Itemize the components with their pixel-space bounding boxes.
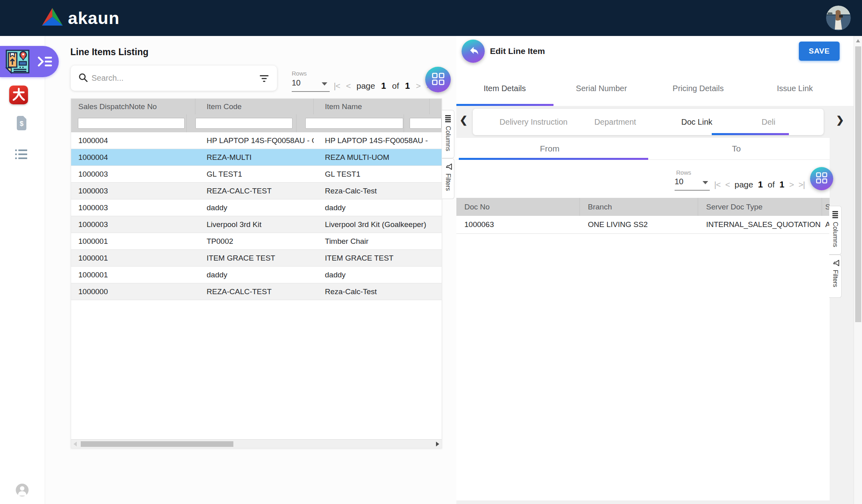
rows-per-page-select[interactable]: 10 [675, 177, 710, 191]
grid-view-button[interactable] [810, 167, 833, 190]
active-direction-underline [459, 158, 648, 160]
columns-side-tab[interactable]: Columns [442, 110, 454, 158]
columns-icon [445, 115, 451, 122]
tab-serial-number[interactable]: Serial Number [553, 79, 650, 104]
dispatch-note-icon [5, 49, 30, 76]
of-label: of [392, 81, 399, 91]
table-row[interactable]: 1000001ITEM GRACE TESTITEM GRACE TEST [71, 250, 442, 267]
page-label: page [356, 81, 375, 91]
subtab-delivery-instruction[interactable]: Delivery Instruction [493, 118, 574, 127]
table-row[interactable]: 1000001TP0002Timber Chair [71, 233, 442, 250]
prev-page-button[interactable]: < [346, 81, 350, 91]
left-sidebar: $ [0, 36, 45, 504]
edit-line-item-panel: Edit Line Item SAVE Item Details Serial … [456, 36, 862, 504]
tab-from[interactable]: From [456, 138, 643, 159]
tab-to[interactable]: To [643, 138, 830, 159]
filter-input-item-name[interactable] [305, 118, 403, 129]
table-row[interactable]: 1000000REZA-CALC-TESTReza-Calc-Test [71, 283, 442, 300]
active-tab-underline [456, 104, 553, 106]
subtab-department[interactable]: Department [574, 118, 656, 127]
direction-tabs: From To [456, 138, 830, 160]
edit-header: Edit Line Item SAVE Item Details Serial … [456, 36, 854, 106]
column-header[interactable]: Doc No [456, 198, 580, 216]
rows-per-page-label: Rows [292, 70, 307, 77]
sidebar-item-item-listing[interactable] [15, 149, 27, 161]
table-row[interactable]: 1000063 ONE LIVING SS2 INTERNAL_SALES_QU… [456, 216, 830, 234]
save-button[interactable]: SAVE [799, 42, 840, 61]
vertical-scrollbar-thumb[interactable] [855, 46, 861, 322]
scroll-left-arrow-icon[interactable] [74, 442, 77, 446]
sub-tabs-bar: Delivery Instruction Department Doc Link… [473, 109, 824, 135]
table-row[interactable]: 1000003daddydaddy [71, 199, 442, 216]
subtab-delivery-truncated[interactable]: Deli [738, 118, 824, 127]
table-row[interactable]: 1000003Liverpool 3rd KitLiverpool 3rd Ki… [71, 216, 442, 233]
brand-name: akaun [68, 8, 119, 28]
filters-side-tab[interactable]: Filters [829, 255, 842, 298]
column-header[interactable]: Sales DispatchNote No [71, 99, 195, 114]
filters-tab-label: Filters [832, 270, 839, 287]
next-page-button[interactable]: > [789, 180, 794, 189]
rows-per-page-select[interactable]: 10 [292, 78, 330, 92]
user-avatar[interactable] [826, 6, 851, 30]
subtab-doc-link[interactable]: Doc Link [656, 118, 738, 127]
sidebar-item-billing-doc[interactable]: $ [16, 116, 27, 132]
table-row[interactable]: 1000001daddydaddy [71, 267, 442, 283]
brand-logo[interactable]: akaun [42, 0, 119, 36]
table-row[interactable]: 1000004HP LAPTOP 14S-FQ0058AU - G...HP L… [71, 132, 442, 149]
pagination: |< < page 1 of 1 > >| [334, 81, 433, 91]
filters-side-tab[interactable]: Filters [442, 158, 454, 199]
scroll-up-arrow-icon[interactable] [856, 39, 860, 42]
grid-squares-icon [432, 73, 444, 87]
table-row[interactable]: 1000003GL TEST1GL TEST1 [71, 166, 442, 183]
table-header-row: Doc No Branch Server Doc Type S [456, 198, 830, 216]
table-filter-row [71, 114, 442, 132]
sub-tabs-next-icon[interactable]: ❯ [836, 114, 844, 126]
table-body: 1000004HP LAPTOP 14S-FQ0058AU - G...HP L… [71, 132, 442, 300]
sidebar-item-profile[interactable] [16, 484, 29, 499]
columns-icon [832, 211, 838, 218]
filters-tab-label: Filters [444, 173, 452, 191]
active-subtab-underline [712, 133, 789, 135]
search-bar [71, 66, 277, 91]
total-pages: 1 [405, 81, 410, 91]
search-input[interactable] [92, 74, 255, 83]
next-page-button[interactable]: > [416, 81, 420, 91]
dollar-file-icon: $ [16, 125, 27, 132]
filter-input-item-code[interactable] [195, 118, 293, 129]
filter-icon[interactable] [259, 75, 269, 82]
search-icon [79, 73, 88, 84]
bullet-list-icon [15, 154, 27, 161]
column-header[interactable]: Server Doc Type [698, 198, 822, 216]
column-header[interactable]: Branch [580, 198, 698, 216]
tab-issue-link[interactable]: Issue Link [747, 79, 843, 104]
table-row-selected[interactable]: 1000004REZA-MULTIREZA MULTI-UOM [71, 149, 442, 166]
main-tabs: Item Details Serial Number Pricing Detai… [456, 79, 843, 104]
last-page-button[interactable]: >| [798, 180, 805, 189]
grid-view-button[interactable] [425, 67, 451, 92]
of-label: of [768, 180, 775, 189]
tab-pricing-details[interactable]: Pricing Details [650, 79, 747, 104]
panel-title: Edit Line Item [490, 46, 545, 56]
first-page-button[interactable]: |< [334, 81, 340, 91]
tab-item-details[interactable]: Item Details [456, 79, 553, 104]
filter-input-dispatch-no[interactable] [78, 118, 185, 129]
column-header-truncated[interactable]: S [822, 203, 830, 211]
filter-input-extra[interactable] [410, 118, 442, 129]
table-row[interactable]: 1000003REZA-CALC-TESTReza-Calc-Test [71, 183, 442, 199]
columns-tab-label: Columns [444, 126, 452, 151]
column-header[interactable]: Item Code [195, 99, 314, 114]
current-page: 1 [381, 81, 386, 91]
vertical-scrollbar[interactable] [854, 36, 862, 504]
columns-side-tab[interactable]: Columns [829, 206, 842, 255]
column-header[interactable]: Item Name [314, 99, 430, 114]
sidebar-expand-icon[interactable] [38, 56, 53, 69]
horizontal-scrollbar-thumb[interactable] [81, 441, 233, 447]
sub-tabs-prev-icon[interactable]: ❮ [460, 114, 468, 126]
prev-page-button[interactable]: < [725, 180, 730, 189]
horizontal-scrollbar[interactable] [71, 439, 442, 448]
back-button[interactable] [462, 40, 485, 63]
sidebar-item-red-app[interactable] [9, 86, 28, 104]
sidebar-item-sales-dispatch-notes[interactable] [0, 46, 59, 77]
scroll-right-arrow-icon[interactable] [436, 442, 439, 446]
first-page-button[interactable]: |< [714, 180, 721, 189]
